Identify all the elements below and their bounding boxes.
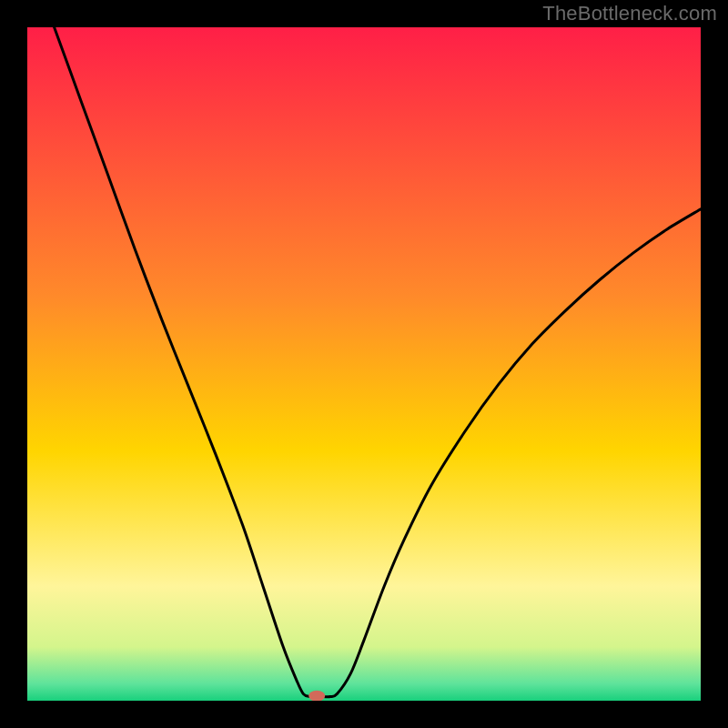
bottleneck-chart (27, 27, 701, 701)
chart-frame: TheBottleneck.com (0, 0, 728, 728)
gradient-background (27, 27, 701, 701)
plot-area (27, 27, 701, 701)
watermark-text: TheBottleneck.com (542, 2, 717, 25)
